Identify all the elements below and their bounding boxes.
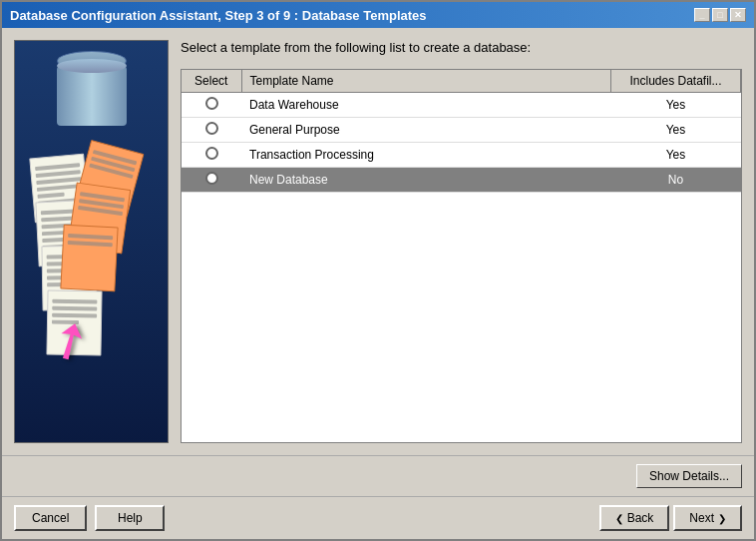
close-button[interactable]: ✕ <box>730 8 746 22</box>
radio-cell-data-warehouse[interactable] <box>182 93 241 118</box>
radio-cell-new-database[interactable] <box>182 168 241 193</box>
table-row[interactable]: Data Warehouse Yes <box>182 93 741 118</box>
database-icon <box>57 51 127 131</box>
col-select: Select <box>182 70 241 93</box>
back-label: Back <box>627 511 654 525</box>
radio-new-database[interactable] <box>205 172 218 185</box>
back-chevron-icon: ❮ <box>615 513 623 524</box>
documents-illustration: ➚ <box>27 146 157 345</box>
title-bar: Database Configuration Assistant, Step 3… <box>2 2 754 28</box>
radio-data-warehouse[interactable] <box>205 97 218 110</box>
templates-table: Select Template Name Includes Datafil...… <box>182 70 741 193</box>
table-row[interactable]: General Purpose Yes <box>182 118 741 143</box>
radio-cell-general-purpose[interactable] <box>182 118 241 143</box>
next-chevron-icon: ❯ <box>718 513 726 524</box>
cancel-button[interactable]: Cancel <box>14 505 87 531</box>
template-name-data-warehouse: Data Warehouse <box>241 93 611 118</box>
show-details-bar: Show Details... <box>2 455 754 496</box>
template-name-transaction: Transaction Processing <box>241 143 611 168</box>
show-details-button[interactable]: Show Details... <box>636 464 742 488</box>
window-title: Database Configuration Assistant, Step 3… <box>10 8 427 23</box>
datafile-general-purpose: Yes <box>611 118 741 143</box>
templates-table-container: Select Template Name Includes Datafil...… <box>181 69 742 443</box>
help-button[interactable]: Help <box>95 505 165 531</box>
footer-left-buttons: Cancel Help <box>14 505 165 531</box>
main-content: ➚ Select a template from the following l… <box>2 28 754 455</box>
datafile-transaction: Yes <box>611 143 741 168</box>
col-includes-datafile: Includes Datafil... <box>611 70 741 93</box>
template-name-general-purpose: General Purpose <box>241 118 611 143</box>
doc-3 <box>60 225 118 292</box>
footer-right-buttons: ❮ Back Next ❯ <box>599 505 742 531</box>
next-button[interactable]: Next ❯ <box>673 505 742 531</box>
next-label: Next <box>689 511 714 525</box>
back-button[interactable]: ❮ Back <box>599 505 670 531</box>
datafile-data-warehouse: Yes <box>611 93 741 118</box>
title-bar-buttons: _ □ ✕ <box>694 8 746 22</box>
minimize-button[interactable]: _ <box>694 8 710 22</box>
table-row[interactable]: Transaction Processing Yes <box>182 143 741 168</box>
datafile-new-database: No <box>611 168 741 193</box>
footer: Cancel Help ❮ Back Next ❯ <box>2 496 754 539</box>
radio-general-purpose[interactable] <box>205 122 218 135</box>
right-panel: Select a template from the following lis… <box>181 40 742 443</box>
radio-transaction[interactable] <box>205 147 218 160</box>
instruction-text: Select a template from the following lis… <box>181 40 742 55</box>
col-template-name: Template Name <box>241 70 611 93</box>
radio-cell-transaction[interactable] <box>182 143 241 168</box>
table-header-row: Select Template Name Includes Datafil... <box>182 70 741 93</box>
maximize-button[interactable]: □ <box>712 8 728 22</box>
template-name-new-database: New Database <box>241 168 611 193</box>
main-window: Database Configuration Assistant, Step 3… <box>0 0 756 541</box>
table-row-selected[interactable]: New Database No <box>182 168 741 193</box>
left-illustration-panel: ➚ <box>14 40 169 443</box>
